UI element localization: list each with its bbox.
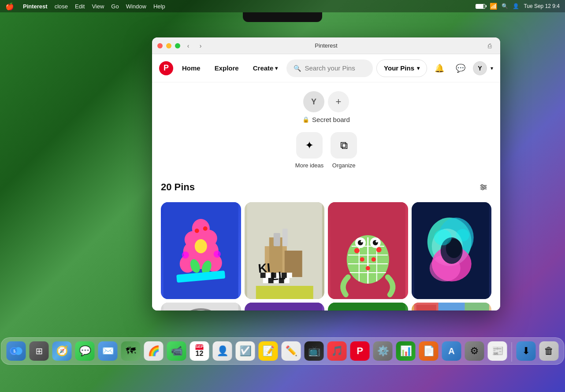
pin-item[interactable]: ♻ — [328, 303, 408, 311]
more-ideas-label: More ideas — [295, 162, 323, 169]
dock-item-pinterest[interactable]: P — [349, 340, 371, 362]
dock-item-music[interactable]: 🎵 — [327, 340, 348, 362]
dock-divider — [512, 342, 512, 362]
dock-item-settings[interactable]: ⚙ — [464, 340, 485, 362]
nav-explore[interactable]: Explore — [209, 61, 244, 75]
dock-contacts-icon: 👤 — [213, 341, 232, 361]
svg-point-3 — [481, 185, 483, 186]
pins-grid: KI LL — [161, 202, 491, 311]
svg-rect-121 — [14, 350, 15, 351]
organize-label: Organize — [332, 162, 356, 169]
dock-item-safari[interactable]: 🧭 — [52, 340, 73, 362]
board-add-collaborator-button[interactable]: + — [328, 91, 349, 112]
dock-item-messages[interactable]: 💬 — [74, 340, 96, 362]
nav-create[interactable]: Create ▾ — [248, 61, 283, 75]
user-menu-chevron[interactable]: ▾ — [491, 65, 493, 71]
board-user-avatar: Y — [303, 91, 324, 112]
board-name: 🔒 Secret board — [302, 116, 350, 123]
svg-rect-122 — [14, 351, 16, 352]
menubar: 🍎 Pinterest close Edit View Go Window He… — [0, 0, 565, 12]
back-button[interactable]: ‹ — [183, 41, 193, 51]
create-chevron: ▾ — [275, 65, 278, 71]
dock-item-systemprefs[interactable]: ⚙️ — [372, 340, 394, 362]
pin-item[interactable]: ? — [412, 303, 492, 311]
pin-item[interactable] — [161, 202, 241, 299]
forward-button[interactable]: › — [195, 41, 206, 51]
organize-icon-button[interactable]: ⧉ — [331, 132, 357, 159]
dock-item-maps[interactable]: 🗺 — [120, 340, 141, 362]
menubar-window[interactable]: Window — [126, 3, 146, 10]
action-buttons: ✦ More ideas ⧉ Organize — [161, 132, 491, 169]
dock-item-news[interactable]: 📰 — [487, 340, 508, 362]
pin-item[interactable] — [328, 202, 408, 299]
dock-safari-icon: 🧭 — [52, 341, 72, 361]
pins-count: 20 Pins — [161, 181, 195, 193]
dock-item-appletv[interactable]: 📺 — [304, 340, 325, 362]
dock-appstore-icon: A — [442, 341, 461, 361]
dock-launchpad-icon: ⊞ — [30, 341, 49, 361]
dock-item-numbers[interactable]: 📊 — [395, 340, 416, 362]
menubar-time: Tue Sep 12 9:4 — [524, 3, 560, 9]
wifi-icon: 📶 — [490, 3, 497, 10]
filter-button[interactable] — [476, 179, 491, 195]
organize-button[interactable]: ⧉ Organize — [331, 132, 357, 169]
dock-item-contacts[interactable]: 👤 — [212, 340, 233, 362]
dock-calendar-icon: SEP 12 — [190, 341, 209, 361]
dock-item-downloads[interactable]: ⬇ — [516, 340, 537, 362]
dock-news-icon: 📰 — [488, 341, 507, 361]
dock-item-reminders[interactable]: ☑️ — [235, 340, 256, 362]
pin-item[interactable]: KI LL — [245, 202, 325, 299]
dock-item-facetime[interactable]: 📹 — [166, 340, 187, 362]
board-avatars: Y + — [303, 91, 349, 112]
menubar-file[interactable]: close — [55, 3, 68, 10]
window-nav-buttons: ‹ › — [183, 41, 206, 51]
siri-icon[interactable]: 👤 — [513, 3, 519, 9]
menubar-app-name[interactable]: Pinterest — [23, 3, 48, 10]
window-minimize-button[interactable] — [166, 43, 171, 48]
board-lock-icon: 🔒 — [302, 116, 309, 123]
apple-menu[interactable]: 🍎 — [5, 2, 14, 11]
menubar-help[interactable]: Help — [153, 3, 165, 10]
search-menubar-icon[interactable]: 🔍 — [502, 3, 508, 9]
dock-music-icon: 🎵 — [327, 341, 347, 361]
dock-item-mail[interactable]: ✉️ — [97, 340, 119, 362]
window-title: Pinterest — [315, 42, 337, 49]
svg-point-4 — [484, 186, 486, 188]
dock-item-notes[interactable]: 📝 — [258, 340, 279, 362]
user-avatar[interactable]: Y — [473, 61, 487, 75]
menubar-go[interactable]: Go — [111, 3, 119, 10]
more-ideas-icon-button[interactable]: ✦ — [296, 132, 323, 159]
battery-icon — [476, 4, 485, 9]
battery-fill — [476, 4, 483, 8]
dock-item-finder[interactable] — [6, 340, 27, 362]
messages-button[interactable]: 💬 — [452, 59, 469, 77]
browser-window: ‹ › Pinterest ⎙ P Home Explore Create ▾ … — [152, 37, 500, 311]
nav-home[interactable]: Home — [177, 61, 206, 75]
pin-item[interactable] — [161, 303, 241, 311]
dock-item-trash[interactable]: 🗑 — [539, 340, 560, 362]
pin-item[interactable] — [412, 202, 492, 299]
your-pins-button[interactable]: Your Pins ▾ — [376, 59, 427, 77]
window-maximize-button[interactable] — [175, 43, 180, 48]
dock-item-appstore[interactable]: A — [441, 340, 462, 362]
dock-item-freeform[interactable]: ✏️ — [281, 340, 302, 362]
dock-item-pages[interactable]: 📄 — [418, 340, 439, 362]
window-share-button[interactable]: ⎙ — [484, 41, 495, 51]
search-icon: 🔍 — [294, 65, 301, 72]
menubar-edit[interactable]: Edit — [75, 3, 85, 10]
pinterest-content: Y + 🔒 Secret board ✦ More ideas ⧉ Organi… — [152, 82, 500, 311]
dock-item-calendar[interactable]: SEP 12 — [189, 340, 210, 362]
dock-appletv-icon: 📺 — [305, 341, 324, 361]
notifications-button[interactable]: 🔔 — [431, 59, 448, 77]
more-ideas-button[interactable]: ✦ More ideas — [295, 132, 323, 169]
dock-item-launchpad[interactable]: ⊞ — [29, 340, 50, 362]
pinterest-navbar: P Home Explore Create ▾ 🔍 Search your Pi… — [152, 54, 500, 82]
search-bar[interactable]: 🔍 Search your Pins — [286, 59, 373, 77]
dock-item-photos[interactable]: 🌈 — [143, 340, 164, 362]
pin-item[interactable]: + — [245, 303, 325, 311]
menubar-view[interactable]: View — [92, 3, 104, 10]
your-pins-chevron: ▾ — [417, 65, 420, 71]
window-close-button[interactable] — [157, 43, 163, 48]
dock-finder-icon — [7, 341, 26, 361]
pinterest-logo[interactable]: P — [159, 61, 173, 75]
